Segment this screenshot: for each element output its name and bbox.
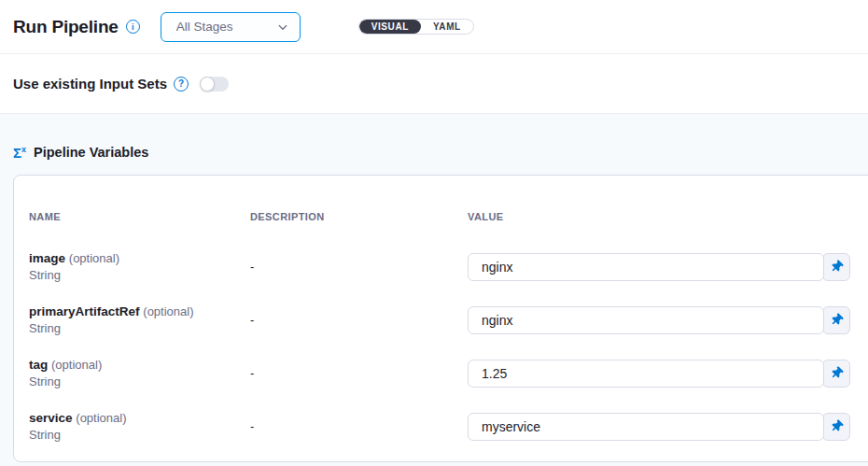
tab-visual[interactable]: VISUAL <box>359 20 421 34</box>
variable-name-cell: service (optional) String <box>29 411 250 442</box>
info-icon[interactable]: i <box>126 20 140 34</box>
value-input-group <box>468 253 850 281</box>
variable-name: tag <box>29 358 48 372</box>
pin-icon <box>831 261 843 273</box>
column-header-description: DESCRIPTION <box>250 211 468 222</box>
variable-type: String <box>29 428 250 442</box>
column-header-name: NAME <box>29 211 250 222</box>
pipeline-variables-section: Σx Pipeline Variables NAME DESCRIPTION V… <box>0 114 868 466</box>
pin-button[interactable] <box>822 253 850 281</box>
value-input[interactable] <box>468 253 824 281</box>
variable-optional: (optional) <box>69 251 119 265</box>
table-row: primaryArtifactRef (optional) String - <box>29 293 868 346</box>
value-input-group <box>468 413 850 441</box>
variable-type: String <box>29 268 250 282</box>
table-row: tag (optional) String - <box>29 346 868 400</box>
table-row: image (optional) String - <box>29 240 868 293</box>
variable-description: - <box>250 313 468 327</box>
variable-optional: (optional) <box>51 358 102 372</box>
variable-description: - <box>250 419 468 433</box>
page-title: Run Pipeline <box>13 17 119 37</box>
variable-name: image <box>29 251 65 265</box>
pin-button[interactable] <box>822 306 850 334</box>
value-input-group <box>468 306 850 334</box>
sigma-variables-icon: Σx <box>13 146 26 160</box>
chevron-down-icon <box>277 21 288 33</box>
column-header-value: VALUE <box>468 211 868 222</box>
variable-optional: (optional) <box>76 411 126 425</box>
run-pipeline-page: Run Pipeline i All Stages VISUAL YAML Us… <box>0 0 868 466</box>
variables-card: NAME DESCRIPTION VALUE image (optional) … <box>13 175 868 462</box>
variable-name-cell: image (optional) String <box>29 251 250 282</box>
stage-selector-label: All Stages <box>176 20 233 34</box>
pin-button[interactable] <box>822 360 850 388</box>
variable-type: String <box>29 321 250 335</box>
pipeline-variables-title: Pipeline Variables <box>34 145 148 160</box>
variable-name-cell: tag (optional) String <box>29 358 250 388</box>
view-mode-toggle: VISUAL YAML <box>358 19 474 35</box>
variable-optional: (optional) <box>143 304 193 318</box>
pin-icon <box>831 314 843 326</box>
value-input[interactable] <box>468 413 824 441</box>
topbar: Run Pipeline i All Stages VISUAL YAML <box>0 0 868 54</box>
pin-icon <box>831 367 843 379</box>
variable-name: primaryArtifactRef <box>29 304 140 318</box>
table-row: service (optional) String - <box>29 400 868 453</box>
variable-name-cell: primaryArtifactRef (optional) String <box>29 304 250 335</box>
value-input[interactable] <box>468 360 824 388</box>
value-input-group <box>468 360 850 388</box>
variable-description: - <box>250 260 468 274</box>
input-sets-row: Use existing Input Sets ? <box>0 54 868 114</box>
pipeline-variables-heading: Σx Pipeline Variables <box>13 145 868 160</box>
variable-type: String <box>29 374 250 388</box>
pin-button[interactable] <box>822 413 850 441</box>
table-header: NAME DESCRIPTION VALUE <box>29 211 868 224</box>
help-icon[interactable]: ? <box>174 77 189 92</box>
input-sets-toggle[interactable] <box>200 77 229 92</box>
pin-icon <box>831 420 843 432</box>
stage-selector-dropdown[interactable]: All Stages <box>161 12 301 42</box>
variable-name: service <box>29 411 73 425</box>
variable-description: - <box>250 366 468 380</box>
input-sets-label: Use existing Input Sets <box>13 76 167 92</box>
toggle-knob <box>200 77 215 92</box>
value-input[interactable] <box>468 306 824 334</box>
tab-yaml[interactable]: YAML <box>421 20 473 34</box>
